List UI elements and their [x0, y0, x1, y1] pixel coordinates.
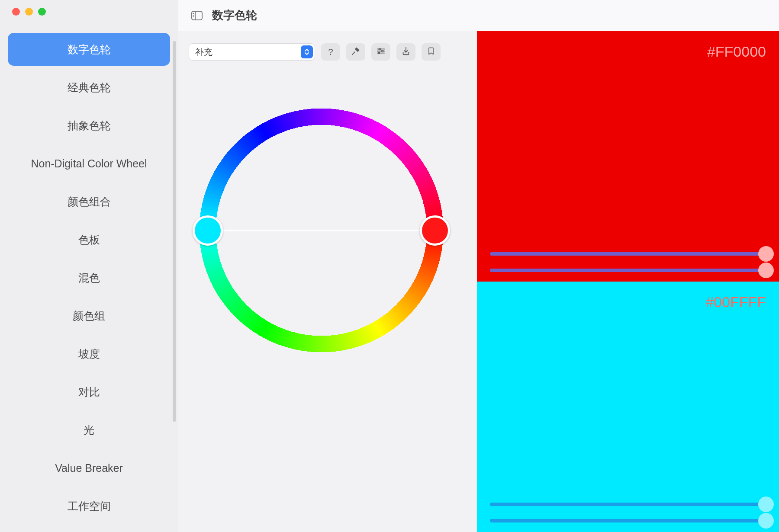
sidebar-item-label: 光: [84, 423, 94, 437]
bookmark-button[interactable]: [422, 43, 441, 61]
sidebar-item-6[interactable]: 混色: [8, 261, 170, 294]
swatch-1[interactable]: #00FFFF: [477, 282, 779, 532]
sidebar-item-label: 对比: [78, 385, 100, 399]
sidebar-item-label: 数字色轮: [68, 42, 111, 57]
slider-thumb[interactable]: [758, 497, 774, 512]
sidebar-item-11[interactable]: Value Breaker: [8, 452, 170, 484]
sidebar-item-label: 经典色轮: [68, 80, 111, 95]
preview-pane: #FF0000#00FFFF: [477, 31, 779, 532]
sliders-icon: [376, 46, 386, 58]
sidebar-item-label: 颜色组合: [68, 195, 111, 209]
sidebar-item-7[interactable]: 颜色组: [8, 299, 170, 332]
app-window: 数字色轮经典色轮抽象色轮Non-Digital Color Wheel颜色组合色…: [0, 0, 779, 532]
minimize-window-button[interactable]: [25, 8, 33, 16]
sidebar-item-label: 颜色组: [73, 309, 105, 323]
swatch-slider-1[interactable]: [490, 519, 766, 522]
toggle-sidebar-button[interactable]: [191, 11, 203, 20]
sidebar-item-3[interactable]: Non-Digital Color Wheel: [8, 147, 170, 180]
titlebar: 数字色轮: [178, 0, 779, 31]
sidebar-list[interactable]: 数字色轮经典色轮抽象色轮Non-Digital Color Wheel颜色组合色…: [0, 33, 178, 532]
wheel-toolbar: 补充 ?: [189, 43, 467, 61]
main-area: 数字色轮 补充 ?: [178, 0, 779, 532]
sidebar-item-2[interactable]: 抽象色轮: [8, 109, 170, 142]
sidebar-item-label: 抽象色轮: [68, 119, 111, 133]
window-controls: [0, 8, 178, 16]
sidebar-item-1[interactable]: 经典色轮: [8, 71, 170, 104]
slider-thumb[interactable]: [758, 513, 774, 529]
export-button[interactable]: [396, 43, 415, 61]
sidebar-item-4[interactable]: 颜色组合: [8, 185, 170, 218]
sidebar-item-label: Value Breaker: [55, 462, 123, 474]
sidebar-item-label: 坡度: [78, 347, 100, 361]
adjustments-button[interactable]: [371, 43, 390, 61]
zoom-window-button[interactable]: [38, 8, 46, 16]
swatch-slider-0[interactable]: [490, 503, 766, 506]
sidebar-item-8[interactable]: 坡度: [8, 337, 170, 370]
eyedropper-icon: [351, 46, 361, 58]
sidebar-item-0[interactable]: 数字色轮: [8, 33, 170, 66]
sidebar-item-label: Non-Digital Color Wheel: [31, 157, 147, 170]
svg-point-10: [378, 52, 380, 54]
slider-thumb[interactable]: [758, 263, 774, 278]
color-handle-2[interactable]: [420, 215, 450, 246]
swatch-slider-0[interactable]: [490, 252, 766, 256]
swatch-slider-1[interactable]: [490, 269, 766, 272]
swatch-sliders: [490, 503, 766, 522]
sidebar-item-label: 色板: [78, 233, 100, 247]
slider-thumb[interactable]: [758, 246, 774, 262]
swatch-hex-label: #00FFFF: [490, 294, 766, 311]
svg-point-6: [379, 48, 380, 50]
swatch-sliders: [490, 252, 766, 272]
sidebar: 数字色轮经典色轮抽象色轮Non-Digital Color Wheel颜色组合色…: [0, 0, 178, 532]
sidebar-item-10[interactable]: 光: [8, 413, 170, 446]
sidebar-scrollbar[interactable]: [173, 41, 176, 422]
bookmark-icon: [427, 46, 435, 58]
page-title: 数字色轮: [212, 8, 257, 23]
sidebar-item-label: 工作空间: [68, 499, 111, 513]
swatch-hex-label: #FF0000: [490, 43, 766, 60]
question-icon: ?: [328, 47, 333, 57]
color-wheel-connector: [212, 230, 431, 231]
sidebar-item-9[interactable]: 对比: [8, 375, 170, 408]
chevron-down-icon: [301, 45, 313, 58]
color-handle-1[interactable]: [193, 215, 223, 246]
sidebar-item-12[interactable]: 工作空间: [8, 490, 170, 522]
help-button[interactable]: ?: [321, 43, 340, 61]
export-icon: [401, 46, 411, 58]
swatch-0[interactable]: #FF0000: [477, 31, 779, 282]
content: 补充 ?: [178, 31, 779, 532]
color-wheel[interactable]: [199, 108, 444, 353]
harmony-dropdown[interactable]: 补充: [189, 43, 315, 61]
sidebar-item-5[interactable]: 色板: [8, 223, 170, 256]
eyedropper-button[interactable]: [346, 43, 365, 61]
svg-point-8: [382, 50, 383, 52]
sidebar-item-label: 混色: [78, 271, 100, 285]
wheel-pane: 补充 ?: [178, 31, 477, 532]
close-window-button[interactable]: [12, 8, 20, 16]
harmony-dropdown-value: 补充: [195, 46, 212, 58]
